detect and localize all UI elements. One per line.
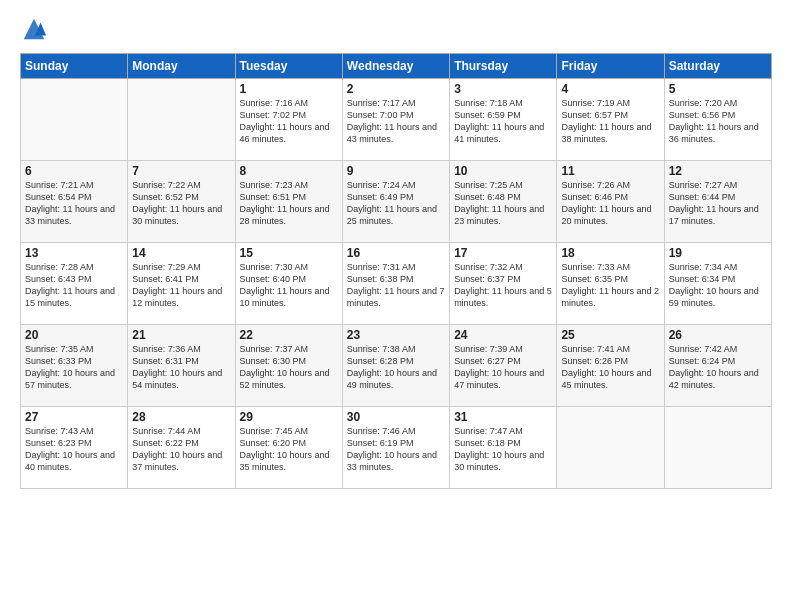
page: SundayMondayTuesdayWednesdayThursdayFrid… — [0, 0, 792, 612]
day-info: Sunrise: 7:38 AMSunset: 6:28 PMDaylight:… — [347, 343, 445, 392]
day-info: Sunrise: 7:25 AMSunset: 6:48 PMDaylight:… — [454, 179, 552, 228]
day-number: 25 — [561, 328, 659, 342]
calendar-cell — [557, 407, 664, 489]
col-header-monday: Monday — [128, 54, 235, 79]
logo — [20, 15, 52, 43]
day-info: Sunrise: 7:31 AMSunset: 6:38 PMDaylight:… — [347, 261, 445, 310]
calendar-cell: 11Sunrise: 7:26 AMSunset: 6:46 PMDayligh… — [557, 161, 664, 243]
day-number: 23 — [347, 328, 445, 342]
col-header-saturday: Saturday — [664, 54, 771, 79]
week-row-4: 20Sunrise: 7:35 AMSunset: 6:33 PMDayligh… — [21, 325, 772, 407]
calendar-cell: 28Sunrise: 7:44 AMSunset: 6:22 PMDayligh… — [128, 407, 235, 489]
day-info: Sunrise: 7:47 AMSunset: 6:18 PMDaylight:… — [454, 425, 552, 474]
day-number: 4 — [561, 82, 659, 96]
calendar-cell: 1Sunrise: 7:16 AMSunset: 7:02 PMDaylight… — [235, 79, 342, 161]
calendar-cell: 6Sunrise: 7:21 AMSunset: 6:54 PMDaylight… — [21, 161, 128, 243]
day-info: Sunrise: 7:26 AMSunset: 6:46 PMDaylight:… — [561, 179, 659, 228]
calendar-cell: 19Sunrise: 7:34 AMSunset: 6:34 PMDayligh… — [664, 243, 771, 325]
day-number: 27 — [25, 410, 123, 424]
col-header-thursday: Thursday — [450, 54, 557, 79]
day-info: Sunrise: 7:21 AMSunset: 6:54 PMDaylight:… — [25, 179, 123, 228]
day-info: Sunrise: 7:33 AMSunset: 6:35 PMDaylight:… — [561, 261, 659, 310]
day-info: Sunrise: 7:29 AMSunset: 6:41 PMDaylight:… — [132, 261, 230, 310]
day-info: Sunrise: 7:44 AMSunset: 6:22 PMDaylight:… — [132, 425, 230, 474]
day-info: Sunrise: 7:30 AMSunset: 6:40 PMDaylight:… — [240, 261, 338, 310]
day-number: 16 — [347, 246, 445, 260]
calendar-cell: 17Sunrise: 7:32 AMSunset: 6:37 PMDayligh… — [450, 243, 557, 325]
calendar-cell: 9Sunrise: 7:24 AMSunset: 6:49 PMDaylight… — [342, 161, 449, 243]
calendar-cell: 29Sunrise: 7:45 AMSunset: 6:20 PMDayligh… — [235, 407, 342, 489]
day-info: Sunrise: 7:34 AMSunset: 6:34 PMDaylight:… — [669, 261, 767, 310]
day-number: 11 — [561, 164, 659, 178]
day-info: Sunrise: 7:27 AMSunset: 6:44 PMDaylight:… — [669, 179, 767, 228]
day-number: 9 — [347, 164, 445, 178]
col-header-sunday: Sunday — [21, 54, 128, 79]
calendar-cell: 18Sunrise: 7:33 AMSunset: 6:35 PMDayligh… — [557, 243, 664, 325]
day-number: 24 — [454, 328, 552, 342]
day-number: 8 — [240, 164, 338, 178]
calendar-cell: 26Sunrise: 7:42 AMSunset: 6:24 PMDayligh… — [664, 325, 771, 407]
calendar-cell — [21, 79, 128, 161]
day-info: Sunrise: 7:39 AMSunset: 6:27 PMDaylight:… — [454, 343, 552, 392]
day-info: Sunrise: 7:20 AMSunset: 6:56 PMDaylight:… — [669, 97, 767, 146]
calendar-cell — [128, 79, 235, 161]
day-number: 14 — [132, 246, 230, 260]
calendar-cell: 7Sunrise: 7:22 AMSunset: 6:52 PMDaylight… — [128, 161, 235, 243]
day-number: 7 — [132, 164, 230, 178]
day-info: Sunrise: 7:19 AMSunset: 6:57 PMDaylight:… — [561, 97, 659, 146]
calendar-cell: 16Sunrise: 7:31 AMSunset: 6:38 PMDayligh… — [342, 243, 449, 325]
header-row: SundayMondayTuesdayWednesdayThursdayFrid… — [21, 54, 772, 79]
calendar-cell — [664, 407, 771, 489]
calendar-cell: 14Sunrise: 7:29 AMSunset: 6:41 PMDayligh… — [128, 243, 235, 325]
day-info: Sunrise: 7:46 AMSunset: 6:19 PMDaylight:… — [347, 425, 445, 474]
day-number: 29 — [240, 410, 338, 424]
day-info: Sunrise: 7:32 AMSunset: 6:37 PMDaylight:… — [454, 261, 552, 310]
col-header-friday: Friday — [557, 54, 664, 79]
day-info: Sunrise: 7:43 AMSunset: 6:23 PMDaylight:… — [25, 425, 123, 474]
col-header-wednesday: Wednesday — [342, 54, 449, 79]
day-number: 26 — [669, 328, 767, 342]
day-info: Sunrise: 7:45 AMSunset: 6:20 PMDaylight:… — [240, 425, 338, 474]
calendar-cell: 20Sunrise: 7:35 AMSunset: 6:33 PMDayligh… — [21, 325, 128, 407]
week-row-1: 1Sunrise: 7:16 AMSunset: 7:02 PMDaylight… — [21, 79, 772, 161]
calendar-cell: 5Sunrise: 7:20 AMSunset: 6:56 PMDaylight… — [664, 79, 771, 161]
calendar-cell: 27Sunrise: 7:43 AMSunset: 6:23 PMDayligh… — [21, 407, 128, 489]
week-row-2: 6Sunrise: 7:21 AMSunset: 6:54 PMDaylight… — [21, 161, 772, 243]
calendar-cell: 12Sunrise: 7:27 AMSunset: 6:44 PMDayligh… — [664, 161, 771, 243]
day-info: Sunrise: 7:36 AMSunset: 6:31 PMDaylight:… — [132, 343, 230, 392]
day-number: 3 — [454, 82, 552, 96]
week-row-5: 27Sunrise: 7:43 AMSunset: 6:23 PMDayligh… — [21, 407, 772, 489]
day-number: 2 — [347, 82, 445, 96]
calendar-cell: 22Sunrise: 7:37 AMSunset: 6:30 PMDayligh… — [235, 325, 342, 407]
day-number: 21 — [132, 328, 230, 342]
day-number: 10 — [454, 164, 552, 178]
day-number: 17 — [454, 246, 552, 260]
day-number: 15 — [240, 246, 338, 260]
day-info: Sunrise: 7:37 AMSunset: 6:30 PMDaylight:… — [240, 343, 338, 392]
logo-icon — [20, 15, 48, 43]
calendar-cell: 3Sunrise: 7:18 AMSunset: 6:59 PMDaylight… — [450, 79, 557, 161]
calendar-cell: 4Sunrise: 7:19 AMSunset: 6:57 PMDaylight… — [557, 79, 664, 161]
col-header-tuesday: Tuesday — [235, 54, 342, 79]
day-number: 18 — [561, 246, 659, 260]
calendar-cell: 21Sunrise: 7:36 AMSunset: 6:31 PMDayligh… — [128, 325, 235, 407]
calendar-table: SundayMondayTuesdayWednesdayThursdayFrid… — [20, 53, 772, 489]
day-number: 1 — [240, 82, 338, 96]
calendar-cell: 13Sunrise: 7:28 AMSunset: 6:43 PMDayligh… — [21, 243, 128, 325]
day-info: Sunrise: 7:28 AMSunset: 6:43 PMDaylight:… — [25, 261, 123, 310]
calendar-cell: 31Sunrise: 7:47 AMSunset: 6:18 PMDayligh… — [450, 407, 557, 489]
day-number: 6 — [25, 164, 123, 178]
day-info: Sunrise: 7:23 AMSunset: 6:51 PMDaylight:… — [240, 179, 338, 228]
day-number: 13 — [25, 246, 123, 260]
day-number: 22 — [240, 328, 338, 342]
week-row-3: 13Sunrise: 7:28 AMSunset: 6:43 PMDayligh… — [21, 243, 772, 325]
calendar-cell: 10Sunrise: 7:25 AMSunset: 6:48 PMDayligh… — [450, 161, 557, 243]
day-info: Sunrise: 7:41 AMSunset: 6:26 PMDaylight:… — [561, 343, 659, 392]
day-info: Sunrise: 7:17 AMSunset: 7:00 PMDaylight:… — [347, 97, 445, 146]
day-info: Sunrise: 7:35 AMSunset: 6:33 PMDaylight:… — [25, 343, 123, 392]
day-number: 20 — [25, 328, 123, 342]
day-info: Sunrise: 7:18 AMSunset: 6:59 PMDaylight:… — [454, 97, 552, 146]
day-info: Sunrise: 7:16 AMSunset: 7:02 PMDaylight:… — [240, 97, 338, 146]
calendar-cell: 24Sunrise: 7:39 AMSunset: 6:27 PMDayligh… — [450, 325, 557, 407]
calendar-cell: 25Sunrise: 7:41 AMSunset: 6:26 PMDayligh… — [557, 325, 664, 407]
